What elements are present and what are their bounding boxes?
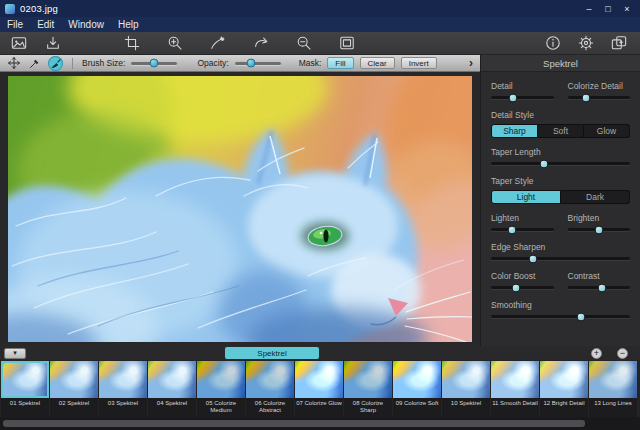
work-area: Brush Size: Opacity: Mask: Fill Clear In…: [0, 55, 640, 346]
divider: [72, 58, 73, 69]
detail-style-sharp-button[interactable]: Sharp: [491, 124, 538, 138]
color-boost-slider[interactable]: [491, 286, 554, 289]
preset-thumbnail-image: [442, 361, 490, 398]
preset-thumbnail-08[interactable]: 08 Colorize Sharp: [344, 361, 392, 417]
preset-thumbnail-10[interactable]: 10 Spektrel: [442, 361, 490, 417]
minimize-button[interactable]: –: [581, 2, 597, 15]
expand-brushbar-icon[interactable]: ›: [469, 56, 473, 70]
draw-tool-icon[interactable]: [209, 35, 226, 52]
preset-category-label[interactable]: Spektrel: [225, 347, 319, 359]
mask-fill-button[interactable]: Fill: [327, 57, 353, 69]
preset-thumbnail-09[interactable]: 09 Colorize Soft: [393, 361, 441, 417]
brighten-slider[interactable]: [568, 228, 631, 231]
taper-style-dark-button[interactable]: Dark: [561, 190, 630, 204]
collapse-presets-button[interactable]: ▾: [4, 348, 26, 359]
menu-file[interactable]: File: [0, 17, 30, 32]
brush-tool-icon[interactable]: [48, 56, 63, 71]
preset-thumbnail-label: 08 Colorize Sharp: [344, 398, 392, 417]
preset-thumbnail-label: 04 Spektrel: [148, 398, 196, 417]
contrast-slider[interactable]: [568, 286, 631, 289]
window-title: 0203.jpg: [20, 3, 58, 14]
lighten-slider-knob[interactable]: [507, 225, 516, 234]
frame-icon[interactable]: [338, 35, 355, 52]
canvas-background: [0, 72, 480, 346]
color-boost-label: Color Boost: [491, 271, 554, 281]
brush-size-label: Brush Size:: [82, 58, 125, 68]
crop-icon[interactable]: [123, 35, 140, 52]
preset-thumbnail-06[interactable]: 06 Colorize Abstract: [246, 361, 294, 417]
brush-toolbar: Brush Size: Opacity: Mask: Fill Clear In…: [0, 55, 480, 72]
mask-invert-button[interactable]: Invert: [401, 57, 437, 69]
menu-window[interactable]: Window: [61, 17, 111, 32]
settings-icon[interactable]: [577, 35, 594, 52]
preset-thumbnail-12[interactable]: 12 Bright Detail: [540, 361, 588, 417]
preset-thumbnail-02[interactable]: 02 Spektrel: [50, 361, 98, 417]
zoom-out-icon[interactable]: [295, 35, 312, 52]
preset-thumbnail-04[interactable]: 04 Spektrel: [148, 361, 196, 417]
preset-thumbnail-image: [246, 361, 294, 398]
brush-size-slider[interactable]: [131, 62, 177, 65]
menu-edit[interactable]: Edit: [30, 17, 61, 32]
colorize-detail-slider-knob[interactable]: [582, 93, 591, 102]
detail-style-soft-button[interactable]: Soft: [538, 124, 584, 138]
preset-thumbnail-03[interactable]: 03 Spektrel: [99, 361, 147, 417]
taper-length-slider[interactable]: [491, 162, 630, 165]
preset-thumbnail-13[interactable]: 13 Long Lines: [589, 361, 637, 417]
add-preset-button[interactable]: +: [591, 348, 602, 359]
preset-thumbnails: 01 Spektrel 02 Spektrel 03 Spektrel 04 S…: [0, 360, 640, 417]
brighten-slider-knob[interactable]: [594, 225, 603, 234]
image-canvas[interactable]: [8, 76, 472, 342]
taper-length-label: Taper Length: [491, 147, 630, 157]
preset-thumbnail-05[interactable]: 05 Colorize Medium: [197, 361, 245, 417]
info-icon[interactable]: [544, 35, 561, 52]
brush-size-slider-knob[interactable]: [150, 59, 159, 68]
main-toolbar: [0, 32, 640, 55]
preset-thumbnail-label: 01 Spektrel: [1, 398, 49, 417]
detail-slider-knob[interactable]: [508, 93, 517, 102]
preset-thumbnail-07[interactable]: 07 Colorize Glow: [295, 361, 343, 417]
preset-thumbnail-label: 13 Long Lines: [589, 398, 637, 417]
contrast-slider-knob[interactable]: [597, 283, 606, 292]
taper-length-slider-knob[interactable]: [539, 159, 548, 168]
preset-thumbnail-image: [50, 361, 98, 398]
opacity-slider-knob[interactable]: [246, 59, 255, 68]
redo-icon[interactable]: [252, 35, 269, 52]
detail-slider[interactable]: [491, 96, 554, 99]
scrollbar-thumb[interactable]: [3, 420, 585, 427]
eyedropper-tool-icon[interactable]: [27, 56, 42, 71]
smoothing-slider-knob[interactable]: [577, 312, 586, 321]
detail-label: Detail: [491, 81, 554, 91]
remove-preset-button[interactable]: −: [617, 348, 628, 359]
detail-style-glow-button[interactable]: Glow: [584, 124, 630, 138]
thumbnails-scrollbar[interactable]: [0, 417, 640, 430]
edge-sharpen-slider[interactable]: [491, 257, 630, 260]
move-tool-icon[interactable]: [6, 56, 21, 71]
taper-style-segment: Light Dark: [491, 190, 630, 204]
zoom-in-icon[interactable]: [166, 35, 183, 52]
preset-thumbnail-01[interactable]: 01 Spektrel: [1, 361, 49, 417]
mask-clear-button[interactable]: Clear: [360, 57, 395, 69]
opacity-slider[interactable]: [235, 62, 281, 65]
contrast-label: Contrast: [568, 271, 631, 281]
preset-thumbnail-label: 11 Smooth Detail: [491, 398, 539, 417]
preset-thumbnail-image: [589, 361, 637, 398]
smoothing-slider[interactable]: [491, 315, 630, 318]
effects-icon[interactable]: [610, 35, 627, 52]
lighten-slider[interactable]: [491, 228, 554, 231]
open-image-icon[interactable]: [10, 35, 27, 52]
menu-help[interactable]: Help: [111, 17, 146, 32]
preset-bar: ▾ Spektrel + −: [0, 346, 640, 360]
brighten-label: Brighten: [568, 213, 631, 223]
detail-style-segment: Sharp Soft Glow: [491, 124, 630, 138]
preset-thumbnail-label: 12 Bright Detail: [540, 398, 588, 417]
save-icon[interactable]: [44, 35, 61, 52]
taper-style-light-button[interactable]: Light: [491, 190, 561, 204]
colorize-detail-slider[interactable]: [568, 96, 631, 99]
edge-sharpen-slider-knob[interactable]: [528, 254, 537, 263]
preset-thumbnail-11[interactable]: 11 Smooth Detail: [491, 361, 539, 417]
close-button[interactable]: ×: [619, 2, 635, 15]
maximize-button[interactable]: □: [600, 2, 616, 15]
window-controls: – □ ×: [581, 2, 635, 15]
preset-thumbnail-label: 10 Spektrel: [442, 398, 490, 417]
color-boost-slider-knob[interactable]: [512, 283, 521, 292]
